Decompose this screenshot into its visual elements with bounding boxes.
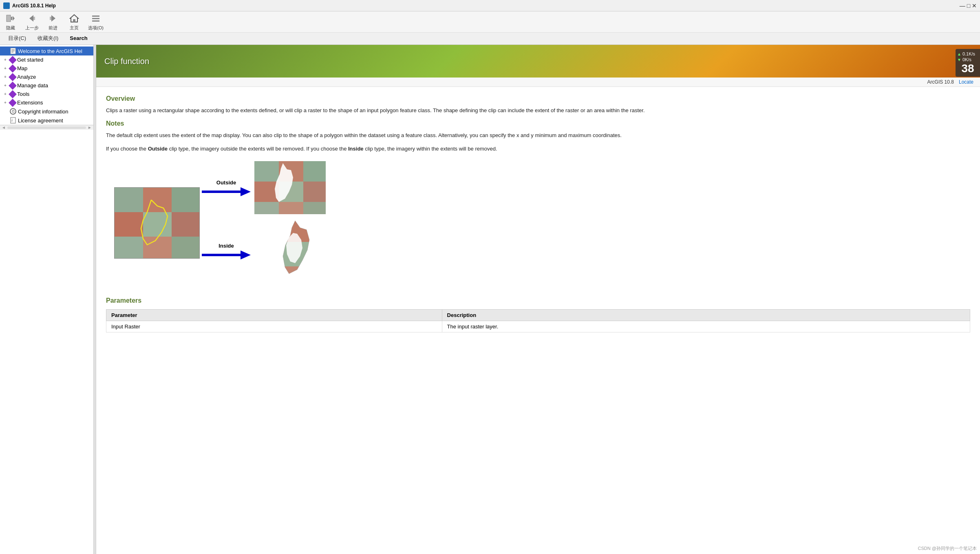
options-icon — [90, 13, 102, 24]
tab-search[interactable]: Search — [65, 33, 92, 44]
svg-rect-28 — [143, 237, 172, 259]
sidebar-item-get-started[interactable]: + Get started — [0, 55, 93, 64]
svg-rect-8 — [73, 19, 75, 22]
svg-rect-35 — [303, 161, 326, 182]
forward-button[interactable]: 前进 — [46, 13, 60, 31]
license-icon: i — [10, 117, 16, 124]
svg-rect-1 — [11, 17, 12, 20]
expand-icon-manage-data: + — [2, 83, 8, 89]
expand-icon-map: + — [2, 66, 8, 71]
source-raster-svg — [115, 188, 200, 259]
svg-text:©: © — [12, 109, 15, 114]
svg-marker-5 — [51, 15, 55, 22]
content-area: Clip function ArcGIS 10.8 Locate Overvie… — [96, 45, 980, 554]
speed-widget: ▲ 0.1K/s ▼ 0K/s 38 — [956, 49, 980, 77]
outside-arrow-group: Outside — [200, 179, 253, 196]
back-icon — [26, 13, 38, 24]
svg-rect-29 — [172, 237, 200, 259]
diamond-icon-manage-data — [9, 82, 17, 90]
upload-icon: ▲ — [957, 52, 961, 56]
hide-icon — [5, 13, 16, 24]
sidebar-item-manage-data[interactable]: + Manage data — [0, 81, 93, 90]
svg-rect-40 — [279, 202, 303, 214]
inside-bold: Inside — [348, 146, 364, 152]
parameters-table: Parameter Description Input Raster The i… — [106, 309, 970, 332]
outside-bold: Outside — [148, 146, 168, 152]
diamond-icon-extensions — [9, 99, 17, 107]
sidebar-label-license: License agreement — [18, 117, 63, 124]
sidebar-item-analyze[interactable]: + Analyze — [0, 73, 93, 81]
sidebar-label-map: Map — [17, 65, 27, 71]
home-icon — [68, 13, 80, 24]
version-bar: ArcGIS 10.8 Locate — [96, 78, 980, 87]
home-button[interactable]: 主页 — [67, 13, 82, 31]
svg-rect-38 — [303, 182, 326, 202]
clip-diagram: Outside — [114, 161, 970, 285]
svg-rect-4 — [33, 17, 35, 20]
svg-rect-24 — [115, 212, 143, 237]
source-raster — [114, 187, 200, 259]
svg-marker-2 — [13, 16, 15, 21]
svg-marker-31 — [241, 187, 251, 196]
home-label: 主页 — [70, 25, 79, 31]
page-icon — [10, 48, 16, 54]
svg-rect-0 — [7, 15, 11, 22]
locate-link[interactable]: Locate — [959, 79, 973, 85]
speed-number: 38 — [957, 63, 978, 74]
svg-rect-33 — [254, 161, 279, 182]
table-header-description: Description — [442, 310, 970, 321]
hide-button[interactable]: 隐藏 — [3, 13, 18, 31]
notes-text1: The default clip extent uses the extent … — [106, 131, 970, 140]
sidebar-item-map[interactable]: + Map — [0, 64, 93, 73]
window-title: ArcGIS 10.8.1 Help — [12, 3, 56, 9]
table-row: Input Raster The input raster layer. — [106, 321, 970, 332]
back-button[interactable]: 上一步 — [24, 13, 39, 31]
sidebar-scrollbar[interactable]: ◄ ► — [0, 125, 93, 130]
sidebar-label-tools: Tools — [17, 91, 29, 97]
svg-rect-22 — [143, 188, 172, 212]
outside-result — [254, 161, 326, 214]
svg-rect-26 — [172, 212, 200, 237]
expand-icon-analyze: + — [2, 74, 8, 80]
svg-rect-6 — [50, 17, 51, 20]
outside-arrow-svg — [202, 187, 251, 196]
svg-rect-41 — [303, 202, 326, 214]
main-container: Welcome to the ArcGIS Hel + Get started … — [0, 45, 980, 554]
inside-label: Inside — [219, 243, 234, 249]
overview-text: Clips a raster using a rectangular shape… — [106, 106, 970, 115]
sidebar: Welcome to the ArcGIS Hel + Get started … — [0, 45, 94, 554]
title-bar-close[interactable]: — □ ✕ — [960, 2, 977, 9]
sidebar-label-copyright: Copyright information — [18, 109, 68, 115]
tab-favorites[interactable]: 收藏夹(I) — [33, 33, 63, 44]
expand-icon-copyright — [2, 109, 8, 114]
svg-rect-15 — [11, 52, 13, 53]
diagram-results: Outside — [200, 161, 340, 285]
sidebar-item-copyright[interactable]: © Copyright information — [0, 107, 93, 116]
title-bar: ArcGIS 10.8.1 Help — □ ✕ — [0, 0, 980, 11]
svg-rect-30 — [202, 191, 241, 193]
content-body: Overview Clips a raster using a rectangu… — [96, 87, 980, 341]
diamond-icon-analyze — [9, 73, 17, 81]
svg-rect-10 — [92, 18, 99, 19]
table-cell-desc: The input raster layer. — [442, 321, 970, 332]
options-button[interactable]: 选项(O) — [88, 13, 104, 31]
sidebar-item-welcome[interactable]: Welcome to the ArcGIS Hel — [0, 47, 93, 55]
notes-title: Notes — [106, 120, 970, 127]
expand-icon-tools: + — [2, 91, 8, 97]
sidebar-item-tools[interactable]: + Tools — [0, 90, 93, 98]
sidebar-item-license[interactable]: i License agreement — [0, 116, 93, 125]
sidebar-label-analyze: Analyze — [17, 74, 36, 80]
toolbar: 隐藏 上一步 前进 主页 — [0, 11, 980, 33]
svg-rect-21 — [115, 188, 143, 212]
outside-result-svg — [254, 161, 326, 214]
sidebar-label-welcome: Welcome to the ArcGIS Hel — [18, 48, 82, 54]
page-title: Clip function — [104, 57, 149, 66]
diamond-icon-map — [9, 64, 17, 73]
table-cell-param: Input Raster — [106, 321, 442, 332]
tab-toc[interactable]: 目录(C) — [3, 33, 31, 44]
svg-rect-23 — [172, 188, 200, 212]
svg-rect-9 — [92, 16, 99, 17]
sidebar-item-extensions[interactable]: + Extensions — [0, 98, 93, 107]
app-icon — [3, 2, 10, 9]
svg-rect-14 — [11, 51, 15, 51]
